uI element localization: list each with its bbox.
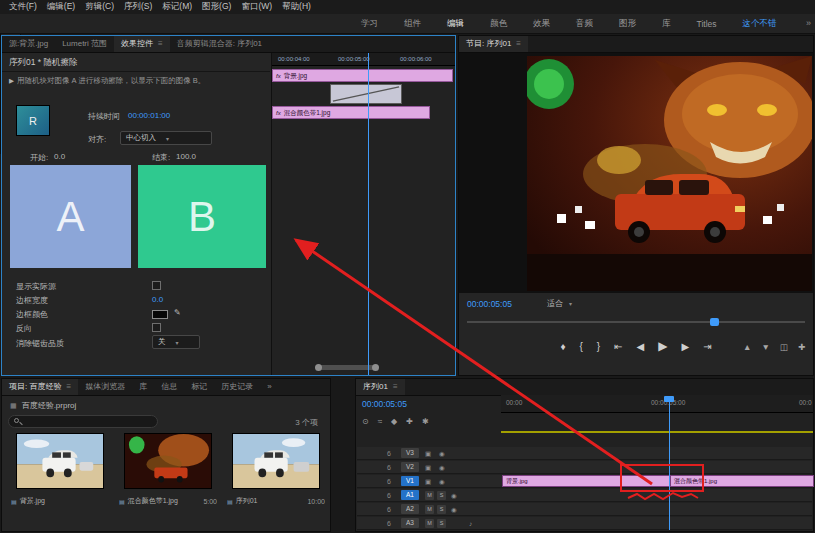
menu-graphics[interactable]: 图形(G) [197, 1, 236, 13]
show-actual-sources-checkbox[interactable] [152, 281, 161, 290]
track-a1[interactable]: 6 A1 M S ◉ [357, 489, 812, 502]
panel-menu-icon[interactable]: ≡ [393, 382, 398, 391]
linked-selection-icon[interactable]: ≈ [378, 417, 382, 426]
workspace-titles[interactable]: Titles [684, 19, 730, 29]
insert-overwrite-icon[interactable]: ✚ [406, 417, 413, 426]
workspace-color[interactable]: 颜色 [477, 18, 520, 30]
mini-clip-bottom[interactable]: fx混合颜色带1.jpg [272, 106, 430, 119]
preview-a[interactable]: A [10, 165, 131, 268]
workspace-assembly[interactable]: 组件 [391, 18, 434, 30]
antialias-dropdown[interactable]: 关▾ [152, 335, 200, 349]
lock-icon[interactable]: 6 [387, 463, 391, 472]
panel-menu-icon[interactable]: ≡ [158, 39, 163, 48]
track-output-icon[interactable]: ◉ [451, 491, 457, 500]
menu-window[interactable]: 窗口(W) [236, 1, 277, 13]
go-to-in-button[interactable]: ⇤ [614, 341, 622, 352]
export-frame-button[interactable]: ◫ [780, 342, 788, 352]
workspace-libraries[interactable]: 库 [649, 18, 684, 30]
panel-menu-icon[interactable]: ≡ [516, 39, 521, 48]
item-thumbnail[interactable] [16, 433, 104, 489]
timeline-clip-blend[interactable]: 混合颜色带1.jpg [670, 475, 814, 487]
mute-toggle[interactable]: M [425, 505, 434, 514]
menu-markers[interactable]: 标记(M) [157, 1, 197, 13]
track-label-a2[interactable]: A2 [401, 504, 419, 514]
program-scrubber[interactable] [467, 317, 805, 327]
workspace-effects[interactable]: 效果 [520, 18, 563, 30]
item-thumbnail[interactable] [124, 433, 212, 489]
lift-button[interactable]: ▲ [743, 342, 751, 352]
track-v2[interactable]: 6 V2 ▣ ◉ [357, 461, 812, 474]
effect-mini-timeline[interactable]: 00:00:04:00 00:00:05:00 00:00:06:00 fx背景… [271, 53, 455, 375]
play-button[interactable]: ▶ [658, 339, 667, 353]
timeline-ruler[interactable]: 00:00 00:00:05:00 00:0 [501, 395, 813, 413]
expander-icon[interactable]: ▶ [9, 77, 14, 84]
mini-playhead[interactable] [368, 53, 369, 375]
step-back-button[interactable]: ◀ [637, 341, 645, 352]
sync-lock-icon[interactable]: ▣ [425, 477, 431, 486]
timeline-settings-icon[interactable]: ✱ [422, 417, 429, 426]
track-v1[interactable]: 6 V1 ▣ ◉ 背景.jpg 混合颜色带1.jpg [357, 475, 812, 488]
tab-history[interactable]: 历史记录 [214, 379, 260, 395]
border-color-swatch[interactable] [152, 310, 168, 319]
item-name[interactable]: 背景.jpg [20, 496, 45, 506]
tab-audio-clip-mixer[interactable]: 音频剪辑混合器: 序列01 [170, 36, 269, 52]
solo-toggle[interactable]: S [437, 491, 446, 500]
timeline-playhead-line[interactable] [669, 396, 670, 530]
tabs-overflow-icon[interactable]: » [260, 379, 278, 395]
track-output-icon[interactable]: ◉ [451, 505, 457, 514]
eyedropper-icon[interactable]: ✎ [174, 308, 181, 317]
track-label-a1[interactable]: A1 [401, 490, 419, 500]
microphone-icon[interactable]: ♪ [469, 519, 472, 528]
panel-menu-icon[interactable]: ≡ [66, 382, 71, 391]
mini-timeline-ruler[interactable]: 00:00:04:00 00:00:05:00 00:00:06:00 [272, 53, 455, 66]
track-label-a3[interactable]: A3 [401, 518, 419, 528]
workspace-editing[interactable]: 编辑 [434, 18, 477, 30]
tab-effect-controls[interactable]: 效果控件≡ [114, 36, 170, 52]
sync-lock-icon[interactable]: ▣ [425, 463, 431, 472]
menu-file[interactable]: 文件(F) [4, 1, 42, 13]
workspace-graphics[interactable]: 图形 [606, 18, 649, 30]
go-to-out-button[interactable]: ⇥ [703, 341, 711, 352]
alignment-dropdown[interactable]: 中心切入▾ [120, 131, 212, 145]
workspace-audio[interactable]: 音频 [563, 18, 606, 30]
extract-button[interactable]: ▼ [761, 342, 769, 352]
search-input[interactable] [8, 415, 158, 428]
tab-lumetri-scopes[interactable]: Lumetri 范围 [55, 36, 114, 52]
scrubber-track[interactable] [467, 321, 805, 323]
tab-source-monitor[interactable]: 源:背景.jpg [2, 36, 55, 52]
project-file-row[interactable]: ▦ 百度经验.prproj [10, 400, 76, 411]
work-area-bar[interactable] [501, 431, 813, 433]
solo-toggle[interactable]: S [437, 519, 446, 528]
tab-program-monitor[interactable]: 节目: 序列01≡ [459, 36, 528, 52]
menu-edit[interactable]: 编辑(E) [42, 1, 80, 13]
duration-value[interactable]: 00:00:01:00 [128, 111, 170, 120]
program-timecode[interactable]: 00:00:05:05 [467, 299, 512, 309]
end-value[interactable]: 100.0 [176, 152, 196, 161]
tab-libraries[interactable]: 库 [132, 379, 154, 395]
project-item[interactable]: ▤ 背景.jpg [6, 433, 114, 506]
solo-toggle[interactable]: S [437, 505, 446, 514]
item-name[interactable]: 序列01 [236, 496, 258, 506]
track-output-icon[interactable]: ◉ [439, 463, 445, 472]
add-marker-icon[interactable]: ◆ [391, 417, 397, 426]
mini-clip-top[interactable]: fx背景.jpg [272, 69, 453, 82]
track-label-v2[interactable]: V2 [401, 462, 419, 472]
tab-markers[interactable]: 标记 [184, 379, 214, 395]
project-item[interactable]: ▤ 序列01 10:00 [222, 433, 330, 506]
mute-toggle[interactable]: M [425, 519, 434, 528]
tab-project[interactable]: 项目: 百度经验≡ [2, 379, 78, 395]
workspace-learning[interactable]: 学习 [348, 18, 391, 30]
transition-clip[interactable] [330, 84, 402, 104]
track-label-v1[interactable]: V1 [401, 476, 419, 486]
start-value[interactable]: 0.0 [54, 152, 65, 161]
timeline-clip-bg[interactable]: 背景.jpg [502, 475, 670, 487]
add-marker-button[interactable]: ♦ [560, 341, 565, 352]
track-a3[interactable]: 6 A3 M S ♪ [357, 517, 812, 530]
item-thumbnail[interactable] [232, 433, 320, 489]
zoom-fit-dropdown[interactable]: 适合▾ [547, 298, 572, 309]
mute-toggle[interactable]: M [425, 491, 434, 500]
lock-icon[interactable]: 6 [387, 449, 391, 458]
track-a2[interactable]: 6 A2 M S ◉ [357, 503, 812, 516]
button-editor-icon[interactable]: ✚ [798, 342, 805, 352]
track-v3[interactable]: 6 V3 ▣ ◉ [357, 447, 812, 460]
